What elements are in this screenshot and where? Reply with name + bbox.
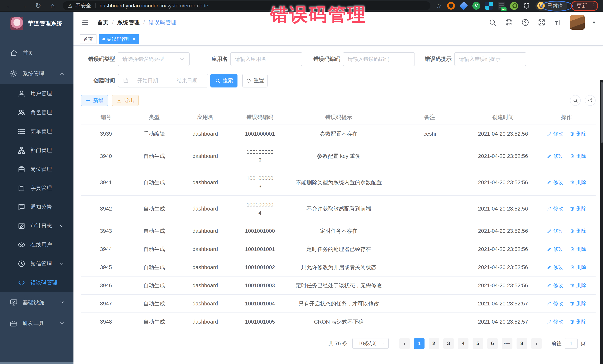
extension-orange-icon[interactable] bbox=[447, 2, 455, 10]
reload-icon[interactable]: ↻ bbox=[34, 2, 43, 10]
sidebar-logo[interactable]: 芋道管理系统 bbox=[0, 12, 73, 35]
delete-link[interactable]: 删除 bbox=[570, 245, 586, 253]
table-row[interactable]: 3945 自动生成 dashboard 1001001002 只允许修改为开启或… bbox=[81, 258, 596, 276]
delete-link[interactable]: 删除 bbox=[570, 318, 586, 326]
table-row[interactable]: 3939 手动编辑 dashboard 1001000001 参数配置不存在 c… bbox=[81, 125, 596, 143]
breadcrumb-home[interactable]: 首页 bbox=[97, 19, 108, 26]
sidebar-item-menu[interactable]: 菜单管理 bbox=[0, 122, 73, 141]
page-button-2[interactable]: 2 bbox=[429, 338, 439, 349]
edit-link[interactable]: 修改 bbox=[547, 263, 563, 271]
prev-page-button[interactable]: ‹ bbox=[399, 338, 410, 349]
avatar-caret-icon[interactable]: ▾ bbox=[593, 20, 595, 25]
scrollbar-thumb[interactable] bbox=[601, 82, 603, 143]
page-button-4[interactable]: 4 bbox=[458, 338, 468, 349]
table-row[interactable]: 3947 自动生成 dashboard 1001001004 只有开启状态的任务… bbox=[81, 295, 596, 313]
bookmark-star-icon[interactable]: ☆ bbox=[436, 2, 441, 10]
extension-switch-icon[interactable]: on bbox=[498, 2, 505, 10]
sidebar-item-home[interactable]: 首页 bbox=[0, 43, 73, 63]
edit-link[interactable]: 修改 bbox=[547, 318, 563, 326]
page-button-8[interactable]: 8 bbox=[517, 338, 527, 349]
table-row[interactable]: 3944 自动生成 dashboard 1001001001 定时任务的处理器已… bbox=[81, 240, 596, 258]
table-row[interactable]: 3940 自动生成 dashboard 100100000 2 参数配置 key… bbox=[81, 143, 596, 169]
security-warning-icon[interactable]: ⚠ bbox=[68, 3, 72, 9]
page-size-select[interactable]: 10条/页 bbox=[352, 338, 389, 349]
edit-link[interactable]: 修改 bbox=[547, 281, 563, 289]
sidebar-item-user[interactable]: 用户管理 bbox=[0, 84, 73, 103]
page-button-3[interactable]: 3 bbox=[443, 338, 454, 349]
code-input[interactable]: 请输入错误码编码 bbox=[343, 52, 415, 66]
tab-error-code[interactable]: 错误码管理 × bbox=[99, 34, 139, 44]
search-button[interactable]: 搜索 bbox=[210, 74, 237, 88]
edit-link[interactable]: 修改 bbox=[547, 130, 563, 138]
extension-squares-icon[interactable] bbox=[485, 2, 493, 10]
sidebar-scrollbar[interactable] bbox=[0, 362, 73, 364]
page-button-6[interactable]: 6 bbox=[487, 338, 498, 349]
extension-gem-icon[interactable] bbox=[459, 1, 468, 10]
profile-paused-chip[interactable]: 已暂停 bbox=[535, 1, 567, 11]
address-bar[interactable]: ⚠ 不安全 dashboard.yudao.iocoder.cn/system/… bbox=[63, 1, 430, 10]
table-row[interactable]: 3943 自动生成 dashboard 1001001000 定时任务不存在 2… bbox=[81, 222, 596, 240]
extensions-puzzle-icon[interactable] bbox=[523, 2, 531, 10]
sidebar-item-online[interactable]: 在线用户 bbox=[0, 235, 73, 254]
toggle-search-button[interactable] bbox=[570, 95, 581, 106]
fullscreen-icon[interactable] bbox=[537, 18, 546, 26]
back-icon[interactable]: ← bbox=[5, 2, 14, 10]
date-range-picker[interactable]: 开始日期 - 结束日期 bbox=[118, 74, 208, 88]
hint-input[interactable]: 请输入错误码提示 bbox=[454, 52, 526, 66]
edit-link[interactable]: 修改 bbox=[547, 245, 563, 253]
table-row[interactable]: 3946 自动生成 dashboard 1001001003 定时任务已经处于该… bbox=[81, 276, 596, 295]
extension-key-icon[interactable] bbox=[510, 2, 518, 10]
sidebar-item-tools[interactable]: 研发工具 bbox=[0, 313, 73, 334]
sidebar-item-dept[interactable]: 部门管理 bbox=[0, 141, 73, 160]
page-button-5[interactable]: 5 bbox=[473, 338, 483, 349]
browser-scrollbar[interactable] bbox=[600, 80, 603, 364]
browser-update-button[interactable]: 更新 ⋮ bbox=[572, 1, 598, 11]
type-select[interactable]: 请选择错误码类型 bbox=[118, 52, 190, 66]
font-size-icon[interactable] bbox=[554, 18, 562, 26]
delete-link[interactable]: 删除 bbox=[570, 281, 586, 289]
sidebar-item-system[interactable]: 系统管理 bbox=[0, 63, 73, 84]
edit-link[interactable]: 修改 bbox=[547, 205, 563, 213]
sidebar-item-post[interactable]: 岗位管理 bbox=[0, 160, 73, 179]
delete-link[interactable]: 删除 bbox=[570, 227, 586, 235]
delete-link[interactable]: 删除 bbox=[570, 299, 586, 308]
edit-link[interactable]: 修改 bbox=[547, 178, 563, 187]
search-icon[interactable] bbox=[488, 18, 497, 26]
delete-link[interactable]: 删除 bbox=[570, 130, 586, 138]
jump-page-input[interactable]: 1 bbox=[565, 338, 578, 349]
edit-link[interactable]: 修改 bbox=[547, 299, 563, 308]
extension-green-icon[interactable]: V bbox=[472, 2, 480, 10]
add-button[interactable]: 新增 bbox=[81, 95, 108, 106]
home-icon[interactable]: ⌂ bbox=[48, 2, 57, 10]
sidebar-item-errcode[interactable]: 错误码管理 bbox=[0, 273, 73, 292]
browser-menu-icon[interactable]: ⋮ bbox=[590, 2, 596, 9]
table-row[interactable]: 3942 自动生成 dashboard 100100000 4 不允许获取敏感配… bbox=[81, 196, 596, 222]
next-page-button[interactable]: › bbox=[531, 338, 542, 349]
sidebar-item-sms[interactable]: 短信管理 bbox=[0, 254, 73, 273]
refresh-table-button[interactable] bbox=[585, 95, 596, 106]
export-button[interactable]: 导出 bbox=[112, 95, 139, 106]
delete-link[interactable]: 删除 bbox=[570, 178, 586, 187]
user-avatar[interactable] bbox=[570, 15, 585, 30]
github-icon[interactable] bbox=[505, 18, 513, 26]
delete-link[interactable]: 删除 bbox=[570, 263, 586, 271]
sidebar-item-infra[interactable]: 基础设施 bbox=[0, 292, 73, 313]
tab-home[interactable]: 首页 bbox=[80, 34, 96, 44]
edit-link[interactable]: 修改 bbox=[547, 152, 563, 160]
hamburger-icon[interactable] bbox=[81, 18, 89, 26]
app-input[interactable]: 请输入应用名 bbox=[230, 52, 302, 66]
sidebar-item-dict[interactable]: 字典管理 bbox=[0, 179, 73, 198]
more-pages-button[interactable]: ••• bbox=[502, 338, 512, 349]
sidebar-item-audit[interactable]: 审计日志 bbox=[0, 217, 73, 235]
close-icon[interactable]: × bbox=[133, 36, 135, 42]
breadcrumb-system[interactable]: 系统管理 bbox=[117, 19, 139, 26]
sidebar-item-role[interactable]: 角色管理 bbox=[0, 103, 73, 122]
table-row[interactable]: 3941 自动生成 dashboard 100100000 3 不能删除类型为系… bbox=[81, 169, 596, 196]
forward-icon[interactable]: → bbox=[19, 2, 28, 10]
page-button-1[interactable]: 1 bbox=[414, 338, 425, 349]
table-row[interactable]: 3948 自动生成 dashboard 1001001005 CRON 表达式不… bbox=[81, 313, 596, 331]
delete-link[interactable]: 删除 bbox=[570, 205, 586, 213]
sidebar-item-notice[interactable]: 通知公告 bbox=[0, 198, 73, 217]
delete-link[interactable]: 删除 bbox=[570, 152, 586, 160]
edit-link[interactable]: 修改 bbox=[547, 227, 563, 235]
